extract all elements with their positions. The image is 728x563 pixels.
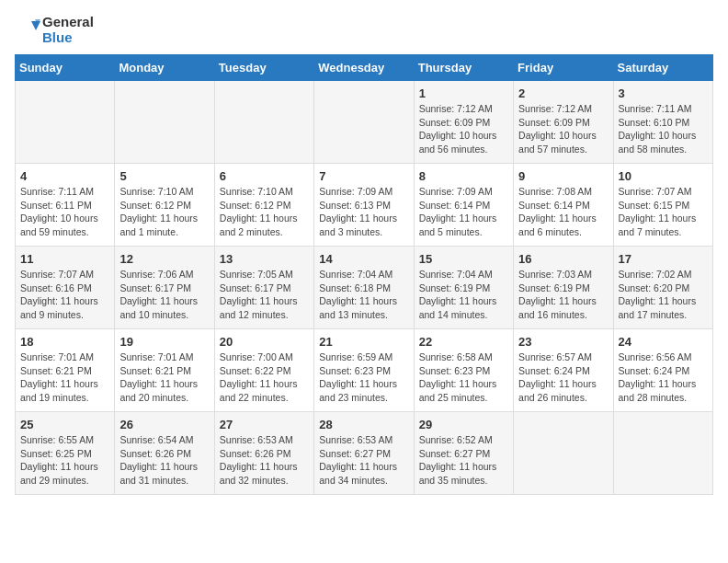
day-info: Sunrise: 7:07 AM Sunset: 6:16 PM Dayligh…	[20, 268, 109, 322]
logo-blue: Blue	[42, 30, 94, 46]
calendar-cell	[16, 81, 115, 164]
day-number: 28	[319, 418, 408, 431]
header-thursday: Thursday	[414, 55, 513, 81]
day-number: 21	[319, 335, 408, 349]
calendar-cell: 27Sunrise: 6:53 AM Sunset: 6:26 PM Dayli…	[214, 412, 313, 495]
day-info: Sunrise: 6:56 AM Sunset: 6:24 PM Dayligh…	[619, 350, 708, 405]
day-info: Sunrise: 7:12 AM Sunset: 6:09 PM Dayligh…	[518, 102, 608, 156]
day-number: 7	[319, 169, 408, 183]
day-info: Sunrise: 7:07 AM Sunset: 6:15 PM Dayligh…	[619, 185, 708, 239]
day-number: 27	[220, 418, 309, 431]
day-info: Sunrise: 7:09 AM Sunset: 6:13 PM Dayligh…	[319, 185, 408, 239]
day-number: 9	[518, 169, 608, 183]
day-info: Sunrise: 6:59 AM Sunset: 6:23 PM Dayligh…	[319, 350, 408, 405]
week-row-4: 18Sunrise: 7:01 AM Sunset: 6:21 PM Dayli…	[16, 329, 713, 412]
day-info: Sunrise: 7:01 AM Sunset: 6:21 PM Dayligh…	[20, 350, 109, 405]
header-friday: Friday	[514, 55, 613, 81]
calendar-cell	[115, 81, 214, 164]
day-number: 13	[220, 252, 309, 266]
day-number: 5	[119, 169, 209, 183]
day-number: 4	[20, 169, 109, 183]
page-header: General Blue	[15, 15, 713, 45]
calendar-cell: 20Sunrise: 7:00 AM Sunset: 6:22 PM Dayli…	[214, 329, 313, 412]
calendar-cell	[613, 412, 712, 495]
day-number: 19	[119, 335, 209, 349]
calendar-cell: 7Sunrise: 7:09 AM Sunset: 6:13 PM Daylig…	[314, 164, 414, 247]
calendar-cell: 16Sunrise: 7:03 AM Sunset: 6:19 PM Dayli…	[514, 247, 613, 329]
day-number: 2	[518, 86, 608, 100]
day-info: Sunrise: 6:58 AM Sunset: 6:23 PM Dayligh…	[419, 350, 508, 405]
calendar-cell	[514, 412, 613, 495]
day-info: Sunrise: 7:09 AM Sunset: 6:14 PM Dayligh…	[419, 185, 508, 239]
calendar-cell: 11Sunrise: 7:07 AM Sunset: 6:16 PM Dayli…	[16, 247, 115, 329]
day-info: Sunrise: 7:01 AM Sunset: 6:21 PM Dayligh…	[119, 350, 209, 405]
day-number: 14	[319, 252, 408, 266]
calendar-header-row: SundayMondayTuesdayWednesdayThursdayFrid…	[16, 55, 713, 81]
calendar-cell: 21Sunrise: 6:59 AM Sunset: 6:23 PM Dayli…	[314, 329, 414, 412]
day-info: Sunrise: 7:11 AM Sunset: 6:11 PM Dayligh…	[20, 185, 109, 239]
week-row-5: 25Sunrise: 6:55 AM Sunset: 6:25 PM Dayli…	[16, 412, 713, 495]
day-info: Sunrise: 7:05 AM Sunset: 6:17 PM Dayligh…	[220, 268, 309, 322]
calendar-cell: 25Sunrise: 6:55 AM Sunset: 6:25 PM Dayli…	[16, 412, 115, 495]
calendar-cell: 9Sunrise: 7:08 AM Sunset: 6:14 PM Daylig…	[514, 164, 613, 247]
day-number: 25	[20, 418, 109, 431]
calendar-cell: 24Sunrise: 6:56 AM Sunset: 6:24 PM Dayli…	[613, 329, 712, 412]
calendar-cell: 19Sunrise: 7:01 AM Sunset: 6:21 PM Dayli…	[115, 329, 214, 412]
calendar-cell: 13Sunrise: 7:05 AM Sunset: 6:17 PM Dayli…	[214, 247, 313, 329]
day-number: 23	[518, 335, 608, 349]
calendar-table: SundayMondayTuesdayWednesdayThursdayFrid…	[15, 54, 713, 495]
day-info: Sunrise: 7:03 AM Sunset: 6:19 PM Dayligh…	[518, 268, 608, 322]
calendar-cell: 26Sunrise: 6:54 AM Sunset: 6:26 PM Dayli…	[115, 412, 214, 495]
day-number: 24	[619, 335, 708, 349]
day-info: Sunrise: 6:55 AM Sunset: 6:25 PM Dayligh…	[20, 433, 109, 488]
day-number: 22	[419, 335, 508, 349]
header-tuesday: Tuesday	[214, 55, 313, 81]
calendar-cell: 2Sunrise: 7:12 AM Sunset: 6:09 PM Daylig…	[514, 81, 613, 164]
calendar-cell: 28Sunrise: 6:53 AM Sunset: 6:27 PM Dayli…	[314, 412, 414, 495]
day-number: 20	[220, 335, 309, 349]
day-info: Sunrise: 7:04 AM Sunset: 6:19 PM Dayligh…	[419, 268, 508, 322]
calendar-cell: 4Sunrise: 7:11 AM Sunset: 6:11 PM Daylig…	[16, 164, 115, 247]
calendar-cell: 6Sunrise: 7:10 AM Sunset: 6:12 PM Daylig…	[214, 164, 313, 247]
day-number: 1	[419, 86, 508, 100]
calendar-cell: 22Sunrise: 6:58 AM Sunset: 6:23 PM Dayli…	[414, 329, 513, 412]
day-info: Sunrise: 7:12 AM Sunset: 6:09 PM Dayligh…	[419, 102, 508, 156]
day-number: 29	[419, 418, 508, 431]
logo-general: General	[42, 15, 94, 30]
day-number: 3	[619, 86, 708, 100]
calendar-cell: 23Sunrise: 6:57 AM Sunset: 6:24 PM Dayli…	[514, 329, 613, 412]
week-row-2: 4Sunrise: 7:11 AM Sunset: 6:11 PM Daylig…	[16, 164, 713, 247]
day-info: Sunrise: 6:52 AM Sunset: 6:27 PM Dayligh…	[419, 433, 508, 488]
header-sunday: Sunday	[16, 55, 115, 81]
day-info: Sunrise: 7:11 AM Sunset: 6:10 PM Dayligh…	[619, 102, 708, 156]
day-info: Sunrise: 7:00 AM Sunset: 6:22 PM Dayligh…	[220, 350, 309, 405]
header-wednesday: Wednesday	[314, 55, 414, 81]
calendar-cell: 15Sunrise: 7:04 AM Sunset: 6:19 PM Dayli…	[414, 247, 513, 329]
calendar-cell: 8Sunrise: 7:09 AM Sunset: 6:14 PM Daylig…	[414, 164, 513, 247]
day-number: 8	[419, 169, 508, 183]
calendar-cell: 14Sunrise: 7:04 AM Sunset: 6:18 PM Dayli…	[314, 247, 414, 329]
day-number: 6	[220, 169, 309, 183]
day-info: Sunrise: 7:08 AM Sunset: 6:14 PM Dayligh…	[518, 185, 608, 239]
week-row-1: 1Sunrise: 7:12 AM Sunset: 6:09 PM Daylig…	[16, 81, 713, 164]
day-info: Sunrise: 6:53 AM Sunset: 6:26 PM Dayligh…	[220, 433, 309, 488]
day-number: 18	[20, 335, 109, 349]
calendar-cell: 5Sunrise: 7:10 AM Sunset: 6:12 PM Daylig…	[115, 164, 214, 247]
day-number: 26	[119, 418, 209, 431]
calendar-cell: 1Sunrise: 7:12 AM Sunset: 6:09 PM Daylig…	[414, 81, 513, 164]
day-number: 17	[619, 252, 708, 266]
day-info: Sunrise: 7:10 AM Sunset: 6:12 PM Dayligh…	[220, 185, 309, 239]
logo: General Blue	[15, 15, 94, 45]
calendar-cell: 17Sunrise: 7:02 AM Sunset: 6:20 PM Dayli…	[613, 247, 712, 329]
calendar-cell: 10Sunrise: 7:07 AM Sunset: 6:15 PM Dayli…	[613, 164, 712, 247]
calendar-cell	[314, 81, 414, 164]
day-number: 10	[619, 169, 708, 183]
calendar-cell: 18Sunrise: 7:01 AM Sunset: 6:21 PM Dayli…	[16, 329, 115, 412]
day-info: Sunrise: 6:54 AM Sunset: 6:26 PM Dayligh…	[119, 433, 209, 488]
header-saturday: Saturday	[613, 55, 712, 81]
day-number: 15	[419, 252, 508, 266]
week-row-3: 11Sunrise: 7:07 AM Sunset: 6:16 PM Dayli…	[16, 247, 713, 329]
day-number: 11	[20, 252, 109, 266]
day-number: 12	[119, 252, 209, 266]
calendar-cell: 29Sunrise: 6:52 AM Sunset: 6:27 PM Dayli…	[414, 412, 513, 495]
